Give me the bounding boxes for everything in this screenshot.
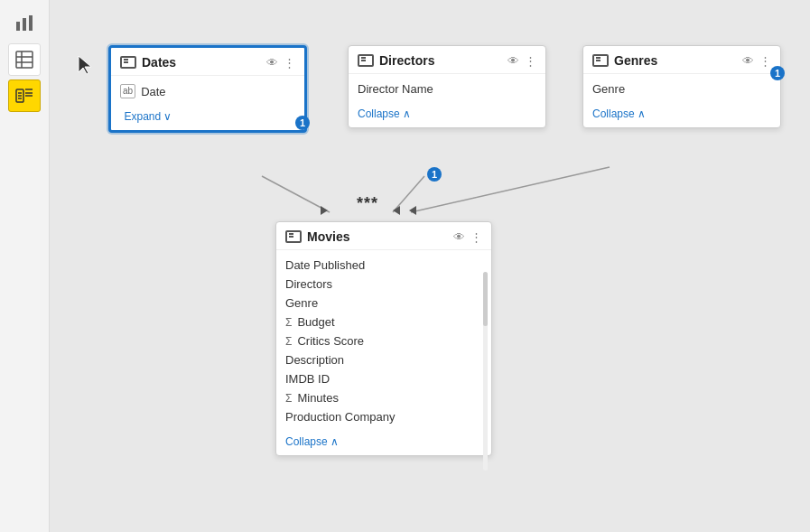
movies-field-6: IMDB ID — [285, 369, 482, 388]
movies-field-label-1: Directors — [285, 277, 332, 291]
svg-marker-17 — [321, 206, 328, 215]
directors-field-name: Director Name — [358, 79, 536, 98]
more-icon-dir[interactable]: ⋮ — [525, 54, 536, 68]
movies-body: Date Published Directors Genre Σ Budget … — [276, 250, 491, 432]
movies-card: Movies 👁 ⋮ Date Published Directors Genr… — [275, 221, 492, 456]
directors-body: Director Name — [349, 74, 545, 104]
movies-field-label-6: IMDB ID — [285, 372, 330, 386]
svg-marker-18 — [393, 206, 400, 215]
dates-body: ab Date — [111, 76, 304, 107]
dates-badge: 1 — [295, 116, 310, 130]
eye-icon[interactable]: 👁 — [266, 56, 278, 70]
movies-field-1: Directors — [285, 275, 482, 294]
genres-card: Genres 👁 ⋮ Genre 1 Collapse ∧ — [582, 45, 781, 128]
table-card-icon-mov — [285, 230, 302, 243]
movies-title: Movies — [285, 229, 349, 244]
sidebar — [0, 0, 50, 532]
genres-header: Genres 👁 ⋮ — [583, 46, 780, 74]
dates-title-label: Dates — [142, 55, 176, 70]
movies-field-label-3: Budget — [297, 315, 334, 329]
directors-badge: 1 — [427, 167, 442, 182]
svg-marker-20 — [79, 56, 91, 74]
abc-icon: ab — [120, 84, 135, 98]
more-icon[interactable]: ⋮ — [284, 56, 295, 70]
movies-field-label-8: Production Company — [285, 410, 395, 424]
date-field-label: Date — [141, 85, 165, 98]
eye-icon-dir[interactable]: 👁 — [507, 54, 519, 68]
genre-field-label: Genre — [592, 82, 625, 96]
director-name-label: Director Name — [358, 82, 433, 96]
movies-field-2: Genre — [285, 294, 482, 313]
movies-collapse[interactable]: Collapse ∧ — [276, 432, 348, 455]
movies-field-5: Description — [285, 350, 482, 369]
dates-header: Dates 👁 ⋮ — [111, 48, 304, 76]
movies-field-3: Σ Budget — [285, 313, 482, 331]
table-card-icon-gen — [592, 54, 609, 67]
movies-field-label-5: Description — [285, 353, 344, 367]
movies-field-label-2: Genre — [285, 296, 318, 310]
svg-rect-2 — [29, 15, 33, 31]
movies-field-label-4: Critics Score — [297, 334, 364, 348]
sum-icon-7: Σ — [285, 392, 292, 405]
relationship-icon[interactable] — [8, 79, 41, 112]
genres-title: Genres — [592, 53, 657, 68]
more-icon-gen[interactable]: ⋮ — [759, 54, 771, 68]
movies-field-7: Σ Minutes — [285, 388, 482, 407]
movies-field-4: Σ Critics Score — [285, 331, 482, 350]
bar-chart-icon[interactable] — [8, 7, 41, 40]
sum-icon-4: Σ — [285, 335, 292, 348]
svg-line-15 — [393, 176, 424, 212]
directors-header-icons: 👁 ⋮ — [507, 54, 536, 68]
genres-body: Genre — [583, 74, 780, 104]
movies-field-0: Date Published — [285, 256, 482, 275]
directors-card: Directors 👁 ⋮ Director Name Collapse ∧ — [348, 45, 546, 128]
dates-title: Dates — [120, 55, 176, 70]
genres-header-icons: 👁 ⋮ — [742, 54, 771, 68]
svg-marker-19 — [409, 206, 416, 215]
svg-line-14 — [262, 176, 330, 212]
more-icon-mov[interactable]: ⋮ — [470, 230, 482, 244]
genres-title-label: Genres — [614, 53, 657, 68]
movies-field-label-0: Date Published — [285, 258, 365, 272]
svg-rect-1 — [23, 18, 26, 31]
sum-icon-3: Σ — [285, 316, 292, 329]
movies-header: Movies 👁 ⋮ — [276, 222, 491, 250]
svg-rect-3 — [16, 51, 33, 68]
directors-header: Directors 👁 ⋮ — [349, 46, 545, 74]
genres-field-genre: Genre — [592, 79, 771, 98]
movies-field-8: Production Company — [285, 407, 482, 426]
dates-field-date: ab Date — [120, 81, 295, 101]
cursor-arrow — [77, 54, 95, 79]
relation-symbol: * * * — [357, 194, 376, 213]
directors-title-label: Directors — [379, 53, 434, 68]
table-icon[interactable] — [8, 43, 41, 76]
dates-collapse[interactable]: Expand ∨ — [115, 107, 181, 130]
eye-icon-mov[interactable]: 👁 — [453, 230, 465, 244]
directors-collapse[interactable]: Collapse ∧ — [349, 104, 420, 127]
movies-header-icons: 👁 ⋮ — [453, 230, 482, 244]
eye-icon-gen[interactable]: 👁 — [742, 54, 754, 68]
genres-badge: 1 — [770, 66, 785, 80]
dates-card: Dates 👁 ⋮ ab Date 1 Expand ∨ — [108, 45, 307, 133]
table-card-icon-dir — [358, 54, 374, 67]
canvas: 1 Dates 👁 ⋮ ab Date 1 Expand ∨ — [50, 0, 810, 532]
movies-field-label-7: Minutes — [297, 391, 339, 405]
table-card-icon — [120, 56, 136, 69]
movies-title-label: Movies — [307, 229, 349, 244]
dates-header-icons: 👁 ⋮ — [266, 56, 295, 70]
genres-collapse[interactable]: Collapse ∧ — [583, 104, 655, 127]
directors-title: Directors — [358, 53, 434, 68]
svg-rect-0 — [16, 22, 20, 31]
